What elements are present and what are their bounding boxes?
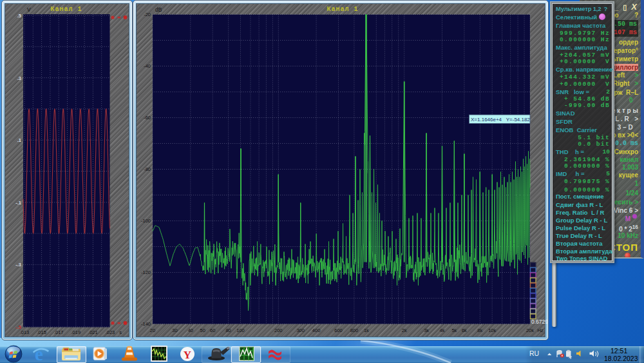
svg-text:dB: dB (155, 6, 162, 13)
svg-text:3k: 3k (424, 328, 429, 333)
svg-text:Канал 1: Канал 1 (50, 6, 82, 13)
svg-text:V: V (27, 6, 31, 13)
svg-text:s: s (119, 329, 122, 335)
svg-text:10k: 10k (488, 328, 496, 333)
svg-text:18.02.2023: 18.02.2023 (604, 355, 638, 362)
svg-text:.015: .015 (37, 329, 46, 335)
svg-text:-20: -20 (144, 12, 151, 17)
svg-text:.023: .023 (106, 329, 115, 335)
svg-text:400: 400 (312, 328, 321, 333)
svg-text:-120: -120 (141, 270, 151, 275)
svg-text:20: 20 (150, 328, 155, 333)
svg-text:.021: .021 (88, 329, 98, 335)
svg-text:0.6729: 0.6729 (531, 319, 548, 325)
svg-text:50: 50 (200, 328, 205, 333)
svg-text:.017: .017 (54, 329, 64, 335)
svg-text:300: 300 (296, 328, 305, 333)
svg-text:-100: -100 (141, 218, 151, 224)
svg-text:.019: .019 (71, 329, 80, 335)
svg-text:-60: -60 (144, 115, 151, 121)
svg-text:5k: 5k (451, 328, 457, 333)
svg-text:200: 200 (274, 328, 283, 333)
svg-text:8k: 8k (477, 328, 482, 333)
svg-text:Y: Y (184, 349, 191, 361)
svg-text:.013: .013 (20, 329, 30, 335)
svg-text:-.3: -.3 (15, 262, 21, 268)
svg-text:600: 600 (334, 328, 343, 333)
svg-text:e: e (35, 344, 43, 363)
svg-text:RU: RU (529, 349, 539, 357)
svg-text:-140: -140 (141, 321, 151, 327)
svg-text:Hz: Hz (537, 328, 543, 333)
svg-text:30: 30 (172, 328, 177, 333)
svg-text:-.1: -.1 (15, 200, 21, 206)
svg-text:.5: .5 (17, 13, 21, 19)
svg-text:.3: .3 (17, 75, 21, 81)
svg-text:-80: -80 (144, 166, 151, 172)
svg-text:100: 100 (236, 328, 245, 333)
svg-text:-40: -40 (144, 63, 151, 69)
svg-text:4k: 4k (440, 328, 445, 333)
svg-text:60: 60 (210, 328, 215, 333)
svg-text:1k: 1k (364, 328, 369, 333)
svg-text:20k: 20k (526, 328, 534, 333)
svg-text:2k: 2k (402, 328, 407, 333)
svg-text:40: 40 (188, 328, 193, 333)
svg-text:.1: .1 (17, 137, 21, 143)
svg-text:X=1.1646e+4 Y=-54.182: X=1.1646e+4 Y=-54.182 (471, 117, 530, 123)
svg-text:12:51: 12:51 (611, 347, 627, 355)
svg-text:800: 800 (350, 328, 359, 333)
svg-text:6k: 6k (462, 328, 467, 333)
svg-text:80: 80 (225, 328, 231, 333)
svg-text:Канал 1: Канал 1 (327, 6, 358, 13)
